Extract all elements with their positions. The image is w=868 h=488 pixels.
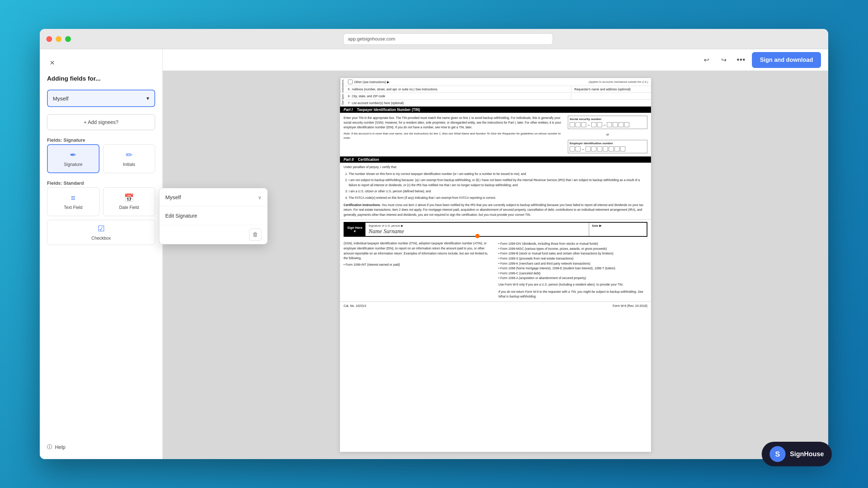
maximize-button[interactable] — [65, 36, 71, 42]
bottom-right: • Form 1099-DIV (dividends, including th… — [498, 241, 647, 299]
cert-section: Under penalties of perjury, I certify th… — [340, 163, 651, 220]
checkbox-field-button[interactable]: ☑ Checkbox — [47, 220, 155, 245]
close-button[interactable] — [46, 36, 52, 42]
document-viewer[interactable]: See Spec. instructions Other (see instru… — [163, 71, 828, 459]
row5-right: Requester's name and address (optional) — [571, 86, 651, 93]
cert-list: The number shown on this form is my corr… — [344, 172, 647, 201]
ein-box: Employer identification number – — [568, 140, 647, 153]
help-icon: ⓘ — [47, 444, 52, 450]
tin-section: Enter your TIN in the appropriate box. T… — [340, 113, 651, 157]
bottom-text: (SSN), individual taxpayer identificatio… — [340, 239, 651, 301]
trash-icon: 🗑 — [252, 231, 258, 238]
edit-signature-item[interactable]: Edit Signature — [163, 206, 267, 225]
initials-icon: ✏ — [126, 150, 132, 160]
signature-field-button[interactable]: ✒ Signature — [47, 144, 99, 173]
popup-delete-button[interactable]: 🗑 — [249, 228, 261, 241]
row6-right — [571, 93, 651, 99]
popup-chevron-icon: ∨ — [258, 194, 261, 200]
titlebar: app.getsignhouse.com — [40, 29, 828, 49]
part1-header: Part I Taxpayer Identification Number (T… — [340, 107, 651, 113]
tin-right: Social security number – — [568, 116, 647, 153]
text-field-icon: ≡ — [71, 193, 76, 203]
applies-label: (Applies to accounts maintained outside … — [589, 80, 648, 84]
cert-item-4: The FATCA code(s) entered on this form (… — [349, 196, 647, 201]
initials-field-button[interactable]: ✏ Initials — [103, 144, 156, 173]
ssn-fields: – – — [570, 122, 646, 127]
tin-left: Enter your TIN in the appropriate box. T… — [344, 116, 563, 153]
row6-text: City, state, and ZIP code — [352, 94, 385, 98]
sign-download-button[interactable]: Sign and download — [752, 52, 821, 68]
help-link[interactable]: ⓘ Help — [47, 444, 155, 450]
checkbox-icon: ☑ — [98, 224, 105, 234]
date-field-icon: 📅 — [124, 193, 134, 203]
date-field-button[interactable]: 📅 Date Field — [103, 187, 156, 216]
redo-icon: ↪ — [721, 56, 727, 64]
popup-signee-label: Myself — [165, 194, 181, 200]
spec-label: See Spec. instructions — [340, 78, 345, 106]
signature-icon: ✒ — [70, 150, 76, 160]
part2-header: Part II Certification — [340, 157, 651, 163]
sign-here-label: Sign Here ▼ — [344, 223, 365, 236]
cert-instructions: Certification instructions. You must cro… — [344, 203, 647, 218]
app-window: app.getsignhouse.com ✕ Adding fields for… — [40, 29, 828, 459]
undo-button[interactable]: ↩ — [700, 53, 713, 67]
popup-header[interactable]: Myself ∨ — [163, 188, 267, 206]
row6-label: 6 — [348, 94, 350, 98]
main-area: ✕ Adding fields for... Myself ▾ + Add si… — [40, 49, 828, 459]
cert-item-1: The number shown on this form is my corr… — [349, 172, 647, 177]
fields-standard-label: Fields: Standard — [47, 180, 155, 186]
fields-signature-label: Fields: Signature — [47, 137, 155, 143]
standard-field-grid: ≡ Text Field 📅 Date Field — [47, 187, 155, 216]
signhouse-badge: S SignHouse — [762, 442, 832, 466]
signature-field-grid: ✒ Signature ✏ Initials — [47, 144, 155, 173]
footer-left: Cat. No. 10231X — [344, 304, 366, 308]
more-options-button[interactable]: ••• — [735, 53, 748, 67]
close-icon[interactable]: ✕ — [47, 58, 57, 68]
popup-dropdown: Myself ∨ Edit Signature 🗑 — [163, 188, 268, 244]
other-checkbox[interactable] — [348, 80, 353, 84]
chevron-down-icon: ▾ — [146, 95, 149, 102]
signhouse-label: SignHouse — [790, 450, 824, 458]
signee-dropdown[interactable]: Myself ▾ — [47, 90, 155, 107]
sign-date-col: Date ▶ — [589, 223, 647, 236]
row7-label: 7 — [348, 101, 350, 105]
sign-here-row: Sign Here ▼ Signature of U.S. person ▶ N… — [344, 222, 647, 237]
ssn-box: Social security number – — [568, 116, 647, 129]
bottom-left: (SSN), individual taxpayer identificatio… — [344, 241, 493, 299]
arrow-down-icon: ▼ — [353, 230, 357, 233]
redo-button[interactable]: ↪ — [717, 53, 730, 67]
minimize-button[interactable] — [56, 36, 61, 42]
signhouse-icon: S — [770, 446, 786, 462]
fields-standard-section: Fields: Standard ≡ Text Field 📅 Date Fie… — [47, 180, 155, 245]
undo-icon: ↩ — [704, 56, 709, 64]
footer-right: Form W-9 (Rev. 10-2018) — [613, 304, 647, 308]
toolbar: ↩ ↪ ••• Sign and download — [163, 49, 828, 71]
tin-note: Note: If the account is in more than one… — [344, 132, 563, 140]
add-signees-button[interactable]: + Add signees? — [47, 114, 155, 130]
document-footer: Cat. No. 10231X Form W-9 (Rev. 10-2018) — [340, 301, 651, 310]
url-bar[interactable]: app.getsignhouse.com — [343, 33, 553, 45]
row5-text: Address (number, street, and apt. or sui… — [352, 87, 438, 91]
cert-item-2: I am not subject to backup withholding b… — [349, 178, 647, 188]
sidebar: ✕ Adding fields for... Myself ▾ + Add si… — [40, 49, 163, 459]
sign-field-area[interactable]: Signature of U.S. person ▶ Name Surname — [365, 223, 589, 236]
more-icon: ••• — [737, 56, 745, 64]
document-page: See Spec. instructions Other (see instru… — [340, 78, 651, 452]
indicator-dot — [475, 234, 480, 238]
cert-item-3: I am a U.S. citizen or other U.S. person… — [349, 189, 647, 194]
document-area: ↩ ↪ ••• Sign and download See Spec. inst… — [163, 49, 828, 459]
row5-label: 5 — [348, 87, 350, 91]
popup-footer: 🗑 — [163, 225, 267, 244]
fields-signature-section: Fields: Signature ✒ Signature ✏ Initials — [47, 137, 155, 173]
sidebar-title: Adding fields for... — [47, 75, 155, 82]
text-field-button[interactable]: ≡ Text Field — [47, 187, 99, 216]
row7-text: List account number(s) here (optional) — [352, 101, 404, 105]
